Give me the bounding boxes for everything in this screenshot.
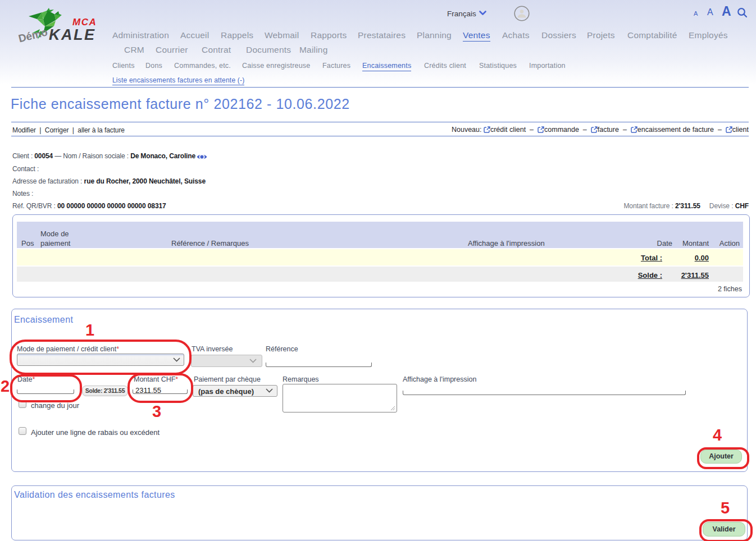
svg-text:KALE: KALE: [49, 26, 96, 43]
svg-text:Démo: Démo: [17, 26, 49, 44]
